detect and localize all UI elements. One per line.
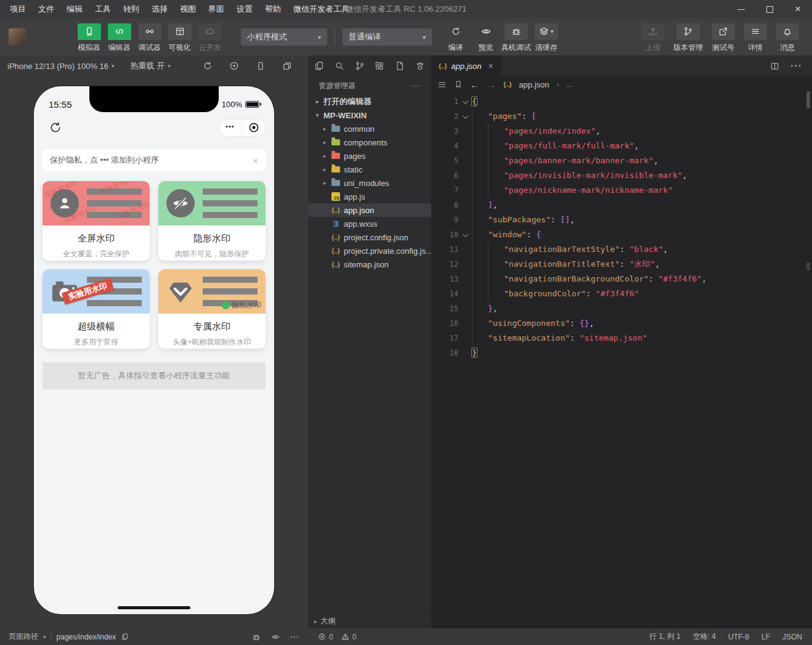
- code-line-14[interactable]: 14 "backgroundColor": "#f3f4f6": [431, 286, 812, 301]
- outline-section[interactable]: ▸ 大纲: [308, 614, 431, 628]
- snippet-file-button[interactable]: [395, 61, 405, 71]
- code-line-9[interactable]: 9 "subPackages": [],: [431, 213, 812, 227]
- testid-button[interactable]: 测试号: [707, 22, 739, 53]
- outline-list-icon[interactable]: [437, 80, 447, 89]
- tree-item-project-private-config-js-[interactable]: {..}project.private.config.js...: [308, 244, 431, 258]
- menu-item-7[interactable]: 界面: [202, 0, 230, 18]
- code-line-15[interactable]: 15 },: [431, 301, 812, 316]
- menu-item-3[interactable]: 工具: [89, 0, 117, 18]
- code-line-10[interactable]: 10 "window": {: [431, 227, 812, 242]
- user-avatar[interactable]: [9, 28, 26, 46]
- indentation-setting[interactable]: 空格: 4: [693, 631, 716, 642]
- multiwindow-button[interactable]: [282, 61, 292, 71]
- extensions-button[interactable]: [375, 61, 384, 71]
- version-button[interactable]: 版本管理: [669, 22, 707, 53]
- visualizer-button[interactable]: 可视化: [164, 22, 195, 53]
- details-button[interactable]: 详情: [739, 22, 771, 53]
- code-line-17[interactable]: 17 "sitemapLocation": "sitemap.json": [431, 331, 812, 346]
- rotate-button[interactable]: [203, 61, 213, 71]
- eol-setting[interactable]: LF: [761, 633, 770, 641]
- maximize-button[interactable]: [755, 0, 784, 18]
- more-menu-button[interactable]: •••: [225, 123, 235, 132]
- code-line-13[interactable]: 13 "navigationBarBackgroundColor": "#f3f…: [431, 272, 812, 286]
- record-button[interactable]: [229, 61, 239, 71]
- code-editor[interactable]: 1 { 2 "pages": [ 3 "pages/index/index", …: [431, 92, 812, 628]
- explorer-more-button[interactable]: ···: [412, 81, 421, 90]
- device-selector[interactable]: iPhone 12/13 (Pro) 100% 16 ▾: [7, 62, 115, 71]
- debugger-button[interactable]: 调试器: [134, 22, 164, 53]
- tree-item-uni-modules[interactable]: ▸ uni_modules: [308, 176, 431, 190]
- breadcrumb-more[interactable]: ...: [567, 80, 573, 89]
- close-notice-icon[interactable]: ×: [253, 155, 258, 166]
- fold-toggle[interactable]: [458, 115, 472, 119]
- menu-item-8[interactable]: 设置: [230, 0, 259, 18]
- close-tab-icon[interactable]: ×: [489, 61, 493, 71]
- fold-toggle[interactable]: [458, 233, 472, 237]
- message-button[interactable]: 消息: [771, 22, 803, 53]
- code-line-3[interactable]: 3 "pages/index/index",: [431, 124, 812, 139]
- tab-app-json[interactable]: {..} app.json ×: [431, 55, 501, 76]
- simulator-button[interactable]: 模拟器: [74, 22, 104, 53]
- code-line-6[interactable]: 6 "pages/invisible-mark/invisible-mark",: [431, 168, 812, 183]
- navigate-back-button[interactable]: ←: [470, 79, 479, 90]
- code-line-18[interactable]: 18 }: [431, 346, 812, 360]
- navigate-forward-button[interactable]: →: [487, 79, 496, 90]
- encoding-setting[interactable]: UTF-8: [728, 633, 749, 641]
- menu-item-5[interactable]: 选择: [145, 0, 174, 18]
- watermark-card-4[interactable]: 隐私水印 专属水印 头像+昵称就能制作水印: [158, 269, 266, 349]
- tree-item-app-js[interactable]: JSapp.js: [308, 190, 431, 203]
- menu-item-4[interactable]: 转到: [117, 0, 145, 18]
- editor-more-button[interactable]: ···: [790, 60, 802, 71]
- compile-button[interactable]: 编译: [441, 22, 471, 53]
- cloud-button[interactable]: 云开发: [195, 22, 225, 53]
- close-button[interactable]: ×: [784, 0, 812, 18]
- code-line-4[interactable]: 4 "pages/full-mark/full-mark",: [431, 139, 812, 153]
- close-miniprogram-button[interactable]: [248, 121, 260, 134]
- compile-mode-dropdown[interactable]: 普通编译 ▾: [343, 28, 432, 46]
- code-line-7[interactable]: 7 "pages/nickname-mark/nickname-mark": [431, 183, 812, 198]
- preview-button[interactable]: 预览: [471, 22, 501, 53]
- search-button[interactable]: [335, 61, 344, 71]
- tree-item-pages[interactable]: ▸ pages: [308, 149, 431, 163]
- editor-button[interactable]: 编辑器: [104, 22, 134, 53]
- fold-toggle[interactable]: [458, 100, 472, 104]
- problems-indicator[interactable]: 0 0: [308, 633, 361, 641]
- tree-item-static[interactable]: ▸ static: [308, 163, 431, 176]
- page-path-dropdown[interactable]: 页面路径: [9, 631, 38, 642]
- bookmark-icon[interactable]: [454, 80, 463, 89]
- menu-item-9[interactable]: 帮助: [259, 0, 287, 18]
- menu-item-6[interactable]: 视图: [174, 0, 202, 18]
- refresh-button[interactable]: [49, 121, 62, 134]
- code-line-5[interactable]: 5 "pages/banner-mark/banner-mark",: [431, 153, 812, 168]
- source-control-button[interactable]: [355, 61, 365, 71]
- code-line-11[interactable]: 11 "navigationBarTextStyle": "black",: [431, 242, 812, 257]
- language-mode[interactable]: JSON: [782, 633, 802, 641]
- code-line-16[interactable]: 16 "usingComponents": {},: [431, 316, 812, 331]
- files-button[interactable]: [314, 61, 324, 71]
- preview-status-icon[interactable]: [271, 633, 280, 641]
- project-root[interactable]: ▾MP-WEIXIN: [308, 108, 431, 122]
- debug-status-icon[interactable]: [252, 633, 261, 641]
- tree-item-app-wxss[interactable]: Ǝapp.wxss: [308, 217, 431, 230]
- open-editors-section[interactable]: ▸打开的编辑器: [308, 95, 431, 108]
- hot-reload-toggle[interactable]: 热重载 开 ▾: [131, 60, 171, 71]
- watermark-card-1[interactable]: 实验用水印 实验用水印 实验用水印 实验用水印 全屏水印 全文覆盖，完全保护: [43, 181, 150, 261]
- cursor-position[interactable]: 行 1, 列 1: [649, 631, 681, 642]
- copy-path-button[interactable]: [121, 633, 129, 641]
- clear-cache-button[interactable]: ▾ 清缓存: [531, 22, 561, 53]
- watermark-card-2[interactable]: 隐形水印 肉眼不可见，隐形保护: [158, 181, 266, 261]
- menu-item-2[interactable]: 编辑: [60, 0, 89, 18]
- device-debug-button[interactable]: 真机调试: [501, 22, 531, 53]
- mode-dropdown[interactable]: 小程序模式 ▾: [241, 28, 327, 46]
- device-frame-button[interactable]: [256, 61, 266, 71]
- status-more-button[interactable]: ···: [290, 633, 299, 641]
- code-line-2[interactable]: 2 "pages": [: [431, 109, 812, 124]
- tree-item-app-json[interactable]: {..}app.json: [308, 203, 431, 217]
- tree-item-components[interactable]: ▸ components: [308, 136, 431, 149]
- breadcrumb-file[interactable]: app.json: [519, 80, 549, 89]
- menu-item-0[interactable]: 项目: [4, 0, 32, 18]
- watermark-card-3[interactable]: 实验用水印 超级横幅 更多用于宣传: [43, 269, 150, 349]
- tree-item-sitemap-json[interactable]: {..}sitemap.json: [308, 258, 431, 271]
- code-line-1[interactable]: 1 {: [431, 94, 812, 109]
- code-line-8[interactable]: 8 ],: [431, 198, 812, 213]
